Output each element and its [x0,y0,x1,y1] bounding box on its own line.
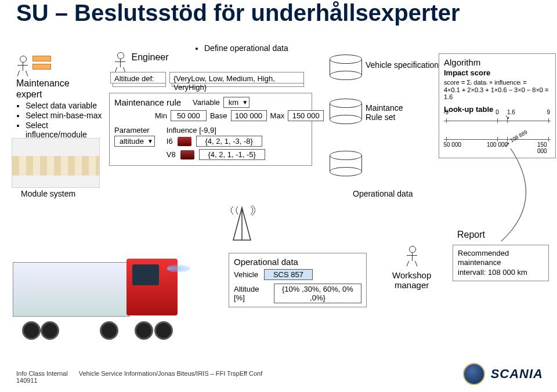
workshop-manager-label: Workshop manager [392,270,431,290]
impact-score-label: Impact score [444,68,551,77]
report-line: maintenance [458,258,544,267]
scania-wordmark: SCANIA [491,366,543,382]
maintenance-expert-bullets: Select data variable Select min-base-max… [16,101,109,139]
scale-label: -9 [443,109,449,115]
engine-icon [180,150,194,159]
module-system-thumbnail [12,138,100,188]
i6-values[interactable]: {4, 2, 1, -3, -8} [196,136,262,147]
person-icon [406,246,418,267]
algorithm-title: Algorithm [444,57,551,67]
scale-marker: 1.6 [507,109,515,115]
max-field[interactable]: 150 000 [288,110,324,121]
altitude-pct-value[interactable]: {10% ,30%, 60%, 0% ,0%} [274,284,361,303]
report-panel: Recommended maintenance intervall: 108 0… [453,245,549,281]
footer-center: Vehicle Service Information/Jonas Biteus… [79,370,263,377]
vehicle-specs-label: Vehicle specifications [366,60,443,70]
scania-griffin-icon [463,363,485,385]
engineer-heading: Engineer [131,52,168,63]
page-title: SU – Beslutsstöd för underhållsexperter [16,0,460,26]
report-title: Report [457,230,485,240]
person-icon [114,52,126,73]
marker-icon: ↗ [505,141,509,147]
footer: Info Class Internal Vehicle Service Info… [16,370,262,384]
maintenance-expert-block: Maintenance expert Select data variable … [16,56,109,140]
influence-label: Influence [-9,9] [167,126,265,135]
module-i6: I6 [167,137,173,146]
parameter-dropdown[interactable]: altitude [114,136,155,147]
base-label: Base [210,111,227,120]
cylinder-icon [330,99,361,124]
operational-data-label: Operational data [353,189,413,198]
scale-label: 9 [547,109,551,115]
vehicle-value[interactable]: SCS 857 [264,269,313,280]
truck-illustration [13,249,198,342]
rule-set-label: Maintance Rule set [366,103,403,122]
score-formula-2: 4×0.1 + 2×0.3 + 1×0.6 − 3×0 − 8×0 = 1.6 [444,86,551,100]
vehicle-label: Vehicle [234,270,258,279]
cylinder-icon [330,151,361,176]
operational-data-panel: Operational data Vehicle SCS 857 Altitud… [229,253,367,307]
scale-label: 50 000 [443,141,461,148]
lookup-top-scale: -9 0 9 ↘ 1.6 [444,115,551,133]
workshop-manager-block: Workshop manager [392,246,431,290]
maintenance-rule-panel: Maintenance rule Variable km Min 50 000 … [109,93,312,166]
define-op-data-bullet: Define operational data [204,43,288,53]
scania-logo: SCANIA [463,363,543,385]
min-label: Min [155,111,167,120]
report-line: Recommended [458,249,544,258]
min-field[interactable]: 50 000 [171,110,207,121]
cylinder-icon [330,55,361,80]
op-data-title: Operational data [234,257,361,267]
bullet: Select min-base-max [26,111,109,120]
variable-label: Variable [193,98,220,107]
altitude-def-value-box: {VeryLow, Low, Medium, High, VeryHigh} [169,72,304,84]
antenna-icon [229,202,255,242]
person-icon [16,56,29,77]
max-label: Max [270,111,285,120]
maintenance-expert-heading: Maintenance expert [16,78,109,100]
connector-line [499,148,551,244]
report-line: intervall: 108 000 km [458,268,544,277]
engine-icon [178,137,191,146]
bullet: Select data variable [26,101,109,110]
altitude-def-label-box: Altitude def: [110,72,166,84]
score-formula-1: score = Σᵢ dataᵢ × influenceᵢ = [444,79,551,86]
v8-values[interactable]: {4, 2, 1, -1, -5} [199,149,265,160]
bullet: Select influence/module [26,121,109,139]
footer-date: 140911 [16,377,262,384]
variable-dropdown[interactable]: km [223,97,249,108]
parameter-label: Parameter [114,126,155,135]
scale-label: 0 [495,109,499,115]
algorithm-panel: Algorithm Impact score score = Σᵢ dataᵢ … [439,53,556,158]
maint-rule-title: Maintenance rule [114,97,181,107]
module-system-label: Module system [21,189,75,198]
module-v8: V8 [167,150,176,159]
base-field[interactable]: 100 000 [231,110,267,121]
altitude-pct-label: Altitude [%] [234,285,268,302]
footer-info-class: Info Class Internal [16,370,68,377]
